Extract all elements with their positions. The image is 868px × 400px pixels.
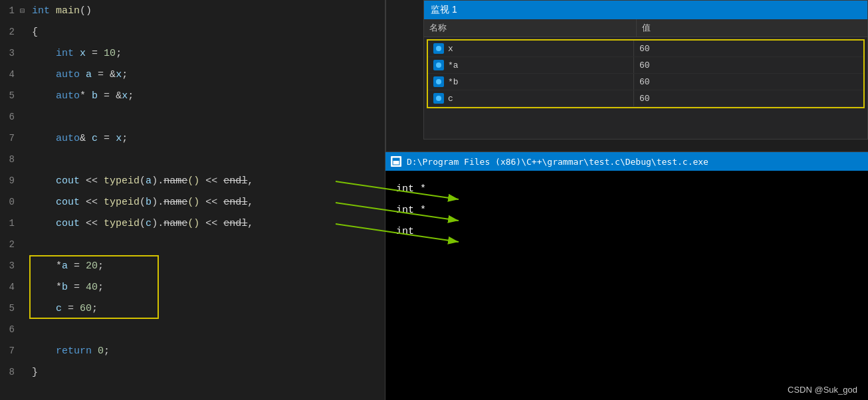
code-content-1: int main() xyxy=(29,1,92,22)
code-line-4: 4 auto a = &x; xyxy=(0,64,385,85)
code-line-10: 0 cout << typeid(b).name() << endl, xyxy=(0,191,385,213)
watch-val-c: 60 xyxy=(634,91,863,106)
line-number-18: 8 xyxy=(0,361,20,383)
watch-row-name-b: *b xyxy=(428,74,634,90)
code-line-12: 2 xyxy=(0,234,385,255)
watch-row-name-a: *a xyxy=(428,57,634,73)
code-content-5: auto* b = &x; xyxy=(29,86,134,107)
code-line-17: 7 return 0; xyxy=(0,340,385,361)
code-line-13: 3 *a = 20; xyxy=(0,255,385,276)
watch-table-header: 名称 值 xyxy=(424,19,867,37)
watch-var-c: c xyxy=(448,94,453,104)
line-number-14: 4 xyxy=(0,276,20,298)
watch-var-a: *a xyxy=(448,60,459,70)
watch-icon-x xyxy=(433,43,444,54)
code-line-1: 1 ⊟ int main() xyxy=(0,0,385,21)
line-number-11: 1 xyxy=(0,213,20,234)
terminal-panel: D:\Program Files (x86)\C++\grammar\test.… xyxy=(385,151,868,400)
line-number-2: 2 xyxy=(0,21,20,43)
watch-title: 监视 1 xyxy=(431,4,457,16)
watch-row-c: c 60 xyxy=(428,90,863,107)
watch-icon-a xyxy=(433,60,444,70)
watch-val-b: 60 xyxy=(634,74,863,90)
line-number-10: 0 xyxy=(0,191,20,213)
code-content-18: } xyxy=(29,362,38,383)
watch-row-name-c: c xyxy=(428,90,634,106)
watch-col-value-header: 值 xyxy=(637,19,867,37)
code-line-15: 5 c = 60; xyxy=(0,298,385,319)
watch-icon-b xyxy=(433,76,444,87)
code-content-9: cout << typeid(a).name() << endl, xyxy=(29,171,253,192)
code-line-9: 9 cout << typeid(a).name() << endl, xyxy=(0,170,385,191)
code-content-12 xyxy=(29,235,38,256)
line-number-1: 1 xyxy=(0,0,20,21)
line-number-17: 7 xyxy=(0,340,20,361)
code-line-16: 6 xyxy=(0,319,385,340)
code-content-11: cout << typeid(c).name() << endl, xyxy=(29,213,253,235)
terminal-line-1: int * xyxy=(396,179,857,200)
line-number-4: 4 xyxy=(0,64,20,85)
watch-val-x: 60 xyxy=(634,41,863,56)
code-content-10: cout << typeid(b).name() << endl, xyxy=(29,192,253,213)
line-number-5: 5 xyxy=(0,85,20,106)
code-line-3: 3 int x = 10; xyxy=(0,43,385,64)
code-content-6 xyxy=(29,107,38,128)
watch-row-x: x 60 xyxy=(428,41,863,57)
code-content-13: *a = 20; xyxy=(29,256,104,277)
code-content-8 xyxy=(29,150,38,171)
code-line-7: 7 auto& c = x; xyxy=(0,128,385,149)
watch-row-name-x: x xyxy=(428,41,634,56)
code-content-16 xyxy=(29,320,38,341)
fold-icon-1[interactable]: ⊟ xyxy=(20,1,29,22)
line-number-8: 8 xyxy=(0,149,20,170)
watch-highlighted-rows: x 60 *a 60 *b 60 c 60 xyxy=(427,39,865,108)
line-number-15: 5 xyxy=(0,298,20,319)
watch-col-name-header: 名称 xyxy=(424,19,637,37)
line-number-7: 7 xyxy=(0,128,20,149)
line-number-3: 3 xyxy=(0,43,20,64)
terminal-header: D:\Program Files (x86)\C++\grammar\test.… xyxy=(385,152,868,171)
code-content-15: c = 60; xyxy=(29,298,98,320)
line-number-13: 3 xyxy=(0,255,20,276)
line-number-12: 2 xyxy=(0,234,20,255)
svg-rect-1 xyxy=(393,158,399,161)
code-lines: 1 ⊟ int main() 2 { 3 int x = 10; 4 auto … xyxy=(0,0,385,383)
terminal-title: D:\Program Files (x86)\C++\grammar\test.… xyxy=(407,157,708,167)
watch-panel-header: 监视 1 xyxy=(424,1,867,19)
code-content-2: { xyxy=(29,22,38,43)
line-number-6: 6 xyxy=(0,106,20,128)
terminal-line-2: int * xyxy=(396,200,857,221)
code-line-5: 5 auto* b = &x; xyxy=(0,85,385,106)
watch-var-b: *b xyxy=(448,77,459,87)
code-line-18: 8 } xyxy=(0,361,385,383)
code-line-8: 8 xyxy=(0,149,385,170)
code-content-3: int x = 10; xyxy=(29,43,122,64)
code-line-11: 1 cout << typeid(c).name() << endl, xyxy=(0,213,385,234)
code-line-2: 2 { xyxy=(0,21,385,43)
code-line-14: 4 *b = 40; xyxy=(0,276,385,298)
terminal-icon xyxy=(391,156,401,167)
watch-row-b: *b 60 xyxy=(428,74,863,90)
line-number-16: 6 xyxy=(0,319,20,340)
watermark: CSDN @Suk_god xyxy=(788,385,857,395)
watch-var-x: x xyxy=(448,44,453,54)
watch-row-a: *a 60 xyxy=(428,57,863,74)
code-content-17: return 0; xyxy=(29,341,110,362)
terminal-content: int * int * int xyxy=(385,171,868,250)
line-number-9: 9 xyxy=(0,170,20,191)
code-content-4: auto a = &x; xyxy=(29,64,128,86)
code-content-7: auto& c = x; xyxy=(29,128,128,150)
watch-icon-c xyxy=(433,93,444,104)
code-content-14: *b = 40; xyxy=(29,277,104,298)
code-editor: 1 ⊟ int main() 2 { 3 int x = 10; 4 auto … xyxy=(0,0,385,400)
code-line-6: 6 xyxy=(0,106,385,128)
terminal-line-3: int xyxy=(396,221,857,243)
watch-panel: 监视 1 名称 值 x 60 *a 60 *b 60 xyxy=(423,0,868,140)
watch-val-a: 60 xyxy=(634,58,863,73)
